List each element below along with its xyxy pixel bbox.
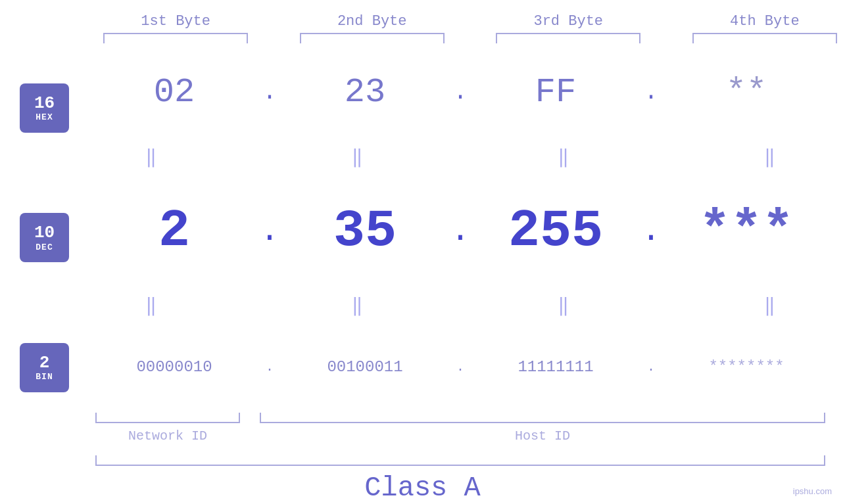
- dec-badge-label: DEC: [36, 242, 53, 252]
- byte2-label: 2nd Byte: [300, 13, 445, 30]
- bracket-byte4: [692, 33, 837, 43]
- hex-byte3: FF: [483, 73, 628, 112]
- eq8: ‖: [752, 294, 788, 317]
- separator-hex-dec: ‖ ‖ ‖ ‖: [95, 147, 825, 167]
- header-row: 1st Byte 2nd Byte 3rd Byte 4th Byte: [0, 0, 845, 30]
- top-brackets-row: [0, 33, 845, 43]
- class-label: Class A: [364, 472, 480, 504]
- bracket-byte2: [300, 33, 445, 43]
- watermark: ipshu.com: [793, 486, 832, 496]
- host-id-label: Host ID: [260, 428, 825, 444]
- bottom-brackets-row: [95, 413, 825, 423]
- bracket-host-id: [260, 413, 825, 423]
- bottom-labels-row: Network ID Host ID: [95, 423, 825, 444]
- bin-badge: 2 BIN: [20, 343, 69, 392]
- hex-byte4: **: [674, 73, 819, 112]
- hex-byte2: 23: [293, 73, 437, 112]
- eq5: ‖: [133, 294, 169, 317]
- bin-row: 00000010 . 00100011 . 11111111 . *******…: [95, 341, 825, 394]
- hex-badge-number: 16: [34, 94, 55, 113]
- network-id-label: Network ID: [95, 428, 240, 444]
- separator-dec-bin: ‖ ‖ ‖ ‖: [95, 296, 825, 315]
- bracket-byte1: [103, 33, 248, 43]
- dot-bin-2: .: [450, 359, 470, 375]
- eq1: ‖: [133, 146, 169, 168]
- eq4: ‖: [752, 146, 788, 168]
- byte4-label: 4th Byte: [692, 13, 837, 30]
- eq3: ‖: [545, 146, 581, 168]
- bin-badge-label: BIN: [36, 372, 53, 382]
- main-container: 1st Byte 2nd Byte 3rd Byte 4th Byte 16 H…: [0, 0, 845, 504]
- badges-column: 16 HEX 10 DEC 2 BIN: [20, 43, 95, 413]
- dec-badge: 10 DEC: [20, 213, 69, 262]
- hex-badge-label: HEX: [36, 112, 53, 122]
- eq6: ‖: [339, 294, 375, 317]
- bin-byte2: 00100011: [293, 358, 437, 376]
- dec-byte1: 2: [102, 201, 247, 261]
- dec-badge-number: 10: [34, 223, 55, 242]
- bracket-class: [95, 455, 825, 466]
- dec-byte4: ***: [674, 201, 819, 261]
- bracket-byte3: [496, 33, 640, 43]
- bin-byte4: ********: [674, 358, 819, 376]
- dot-hex-1: .: [260, 79, 279, 106]
- bin-byte1: 00000010: [102, 358, 247, 376]
- dot-dec-1: .: [260, 212, 279, 250]
- byte1-label: 1st Byte: [103, 13, 248, 30]
- eq7: ‖: [545, 294, 581, 317]
- byte3-label: 3rd Byte: [496, 13, 640, 30]
- dec-byte3: 255: [483, 201, 628, 261]
- bin-badge-number: 2: [39, 354, 50, 373]
- hex-badge: 16 HEX: [20, 83, 69, 133]
- dot-dec-2: .: [450, 212, 470, 250]
- dot-dec-3: .: [641, 212, 661, 250]
- dot-bin-1: .: [260, 359, 279, 375]
- hex-row: 02 . 23 . FF . **: [95, 62, 825, 122]
- dec-row: 2 . 35 . 255 . ***: [95, 192, 825, 271]
- dot-hex-2: .: [450, 79, 470, 106]
- bottom-section: Network ID Host ID: [0, 413, 845, 444]
- bracket-network-id: [95, 413, 240, 423]
- dec-byte2: 35: [293, 201, 437, 261]
- eq2: ‖: [339, 146, 375, 168]
- hex-byte1: 02: [102, 73, 247, 112]
- bin-byte3: 11111111: [483, 358, 628, 376]
- dot-bin-3: .: [641, 359, 661, 375]
- dot-hex-3: .: [641, 79, 661, 106]
